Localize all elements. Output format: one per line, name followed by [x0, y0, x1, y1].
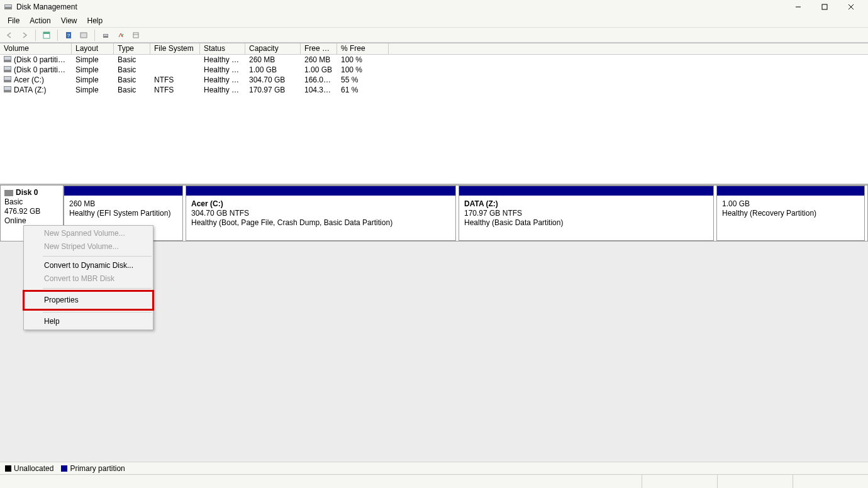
context-properties[interactable]: Properties	[24, 291, 153, 309]
menu-bar: File Action View Help	[0, 14, 868, 28]
swatch-unallocated-icon	[5, 465, 11, 472]
context-new-spanned-volume: New Spanned Volume...	[24, 227, 153, 240]
cell-status: Healthy (B...	[200, 75, 245, 84]
volume-name: (Disk 0 partition 1)	[14, 55, 72, 64]
drive-icon	[4, 86, 11, 92]
refresh-button[interactable]	[40, 29, 53, 42]
window-minimize-button[interactable]	[785, 0, 811, 14]
partition-desc: Healthy (Recovery Partition)	[722, 209, 859, 218]
menu-action[interactable]: Action	[25, 15, 55, 26]
cell-pct: 100 %	[337, 55, 389, 64]
column-header-type[interactable]: Type	[114, 43, 150, 54]
column-header-status[interactable]: Status	[200, 43, 245, 54]
toolbar-separator	[35, 30, 36, 41]
swatch-primary-icon	[61, 465, 67, 472]
disk-type: Basic	[4, 197, 59, 207]
svg-text:?: ?	[67, 33, 70, 38]
disk-label: Disk 0	[16, 188, 38, 197]
window-titlebar: Disk Management	[0, 0, 868, 14]
status-cell	[717, 475, 793, 488]
legend-unallocated-label: Unallocated	[14, 464, 53, 473]
table-row[interactable]: (Disk 0 partition 5) Simple Basic Health…	[0, 65, 868, 75]
cell-status: Healthy (R...	[200, 65, 245, 74]
legend-primary: Primary partition	[61, 464, 125, 473]
svg-rect-10	[81, 33, 87, 38]
volume-name: (Disk 0 partition 5)	[14, 65, 72, 74]
svg-rect-3	[822, 4, 827, 9]
status-cell	[642, 475, 717, 488]
context-new-striped-volume: New Striped Volume...	[24, 240, 153, 253]
context-help[interactable]: Help	[24, 315, 153, 328]
partition-title: DATA (Z:)	[464, 199, 708, 209]
window-title: Disk Management	[16, 3, 785, 11]
cell-layout: Simple	[72, 75, 114, 84]
partition-box[interactable]: Acer (C:) 304.70 GB NTFS Healthy (Boot, …	[186, 186, 456, 241]
column-header-capacity[interactable]: Capacity	[245, 43, 301, 54]
partition-size: 304.70 GB NTFS	[191, 209, 450, 218]
toolbar-button-b[interactable]	[114, 29, 128, 42]
settings-button[interactable]	[77, 29, 91, 42]
window-close-button[interactable]	[838, 0, 864, 14]
drive-icon	[4, 76, 11, 82]
toolbar: ?	[0, 28, 868, 43]
cell-status: Healthy (E...	[200, 55, 245, 64]
toolbar-separator	[94, 30, 95, 41]
table-row[interactable]: DATA (Z:) Simple Basic NTFS Healthy (B..…	[0, 85, 868, 95]
context-separator	[43, 312, 152, 313]
partition-box[interactable]: DATA (Z:) 170.97 GB NTFS Healthy (Basic …	[459, 186, 714, 241]
legend-bar: Unallocated Primary partition	[0, 462, 868, 474]
cell-fs: NTFS	[150, 86, 200, 94]
volume-list-body: (Disk 0 partition 1) Simple Basic Health…	[0, 55, 868, 184]
cell-type: Basic	[114, 55, 150, 64]
nav-forward-button[interactable]	[18, 29, 31, 42]
svg-rect-7	[43, 32, 50, 34]
cell-cap: 260 MB	[245, 55, 301, 64]
disk-size: 476.92 GB	[4, 207, 59, 216]
menu-help[interactable]: Help	[82, 15, 108, 26]
context-convert-dynamic[interactable]: Convert to Dynamic Disk...	[24, 259, 153, 272]
menu-file[interactable]: File	[3, 15, 25, 26]
partition-header	[717, 186, 864, 196]
partition-header	[64, 186, 182, 196]
toolbar-button-c[interactable]	[129, 29, 143, 42]
column-header-filesystem[interactable]: File System	[150, 43, 200, 54]
cell-free: 166.08 GB	[301, 75, 337, 84]
disk-state: Online	[4, 216, 59, 226]
nav-back-button[interactable]	[3, 29, 16, 42]
volume-list-header: Volume Layout Type File System Status Ca…	[0, 43, 868, 55]
table-row[interactable]: Acer (C:) Simple Basic NTFS Healthy (B..…	[0, 75, 868, 85]
cell-status: Healthy (B...	[200, 86, 245, 94]
drive-icon	[4, 190, 13, 196]
partition-size: 260 MB	[69, 199, 177, 209]
legend-unallocated: Unallocated	[5, 464, 53, 473]
context-separator	[43, 288, 152, 289]
volume-name: Acer (C:)	[14, 75, 44, 84]
svg-rect-12	[104, 35, 108, 36]
menu-view[interactable]: View	[56, 15, 82, 26]
toolbar-button-a[interactable]	[99, 29, 113, 42]
cell-type: Basic	[114, 86, 150, 94]
table-row[interactable]: (Disk 0 partition 1) Simple Basic Health…	[0, 55, 868, 65]
column-header-freespace[interactable]: Free Sp...	[301, 43, 337, 54]
column-header-layout[interactable]: Layout	[72, 43, 114, 54]
partition-header	[459, 186, 713, 196]
volume-name: DATA (Z:)	[14, 86, 47, 94]
column-header-volume[interactable]: Volume	[0, 43, 72, 54]
drive-icon	[4, 66, 11, 72]
column-header-pctfree[interactable]: % Free	[337, 43, 389, 54]
window-maximize-button[interactable]	[811, 0, 838, 14]
cell-pct: 55 %	[337, 75, 389, 84]
cell-free: 104.31 GB	[301, 86, 337, 94]
cell-pct: 61 %	[337, 86, 389, 94]
help-button[interactable]: ?	[62, 29, 75, 42]
partition-box[interactable]: 1.00 GB Healthy (Recovery Partition)	[716, 186, 865, 241]
status-bar	[0, 474, 868, 488]
status-cell	[793, 475, 868, 488]
cell-cap: 304.70 GB	[245, 75, 301, 84]
cell-layout: Simple	[72, 86, 114, 94]
cell-fs: NTFS	[150, 75, 200, 84]
context-convert-mbr: Convert to MBR Disk	[24, 272, 153, 286]
cell-type: Basic	[114, 75, 150, 84]
volume-list: Volume Layout Type File System Status Ca…	[0, 43, 868, 184]
svg-rect-13	[133, 33, 138, 38]
